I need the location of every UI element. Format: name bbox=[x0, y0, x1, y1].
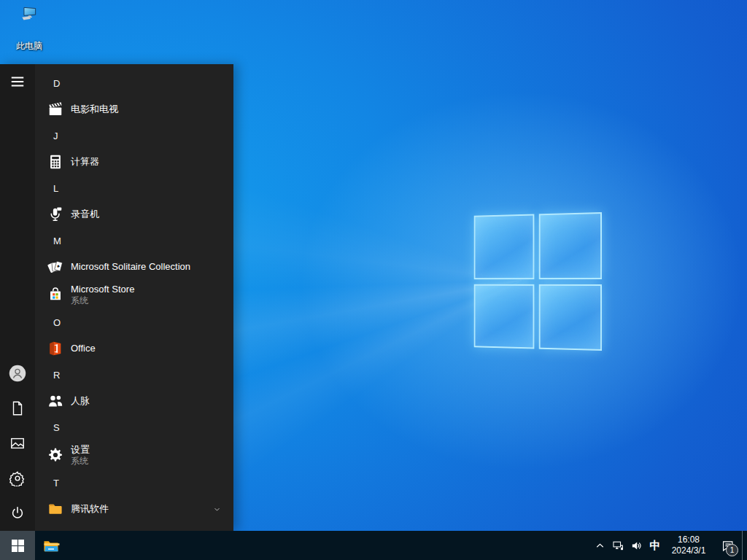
documents-button[interactable] bbox=[0, 391, 35, 426]
store-icon bbox=[47, 286, 64, 303]
taskbar-pinned-apps bbox=[35, 531, 67, 560]
app-sublabel: 系统 bbox=[71, 295, 134, 306]
clock-time: 16:08 bbox=[678, 534, 700, 545]
hamburger-icon bbox=[9, 73, 26, 90]
app-item[interactable]: ♠Microsoft Solitaire Collection bbox=[35, 254, 233, 280]
section-letter: D bbox=[53, 78, 60, 89]
power-button[interactable] bbox=[0, 496, 35, 531]
start-menu-rail bbox=[0, 64, 35, 531]
action-center-button[interactable]: 1 bbox=[713, 531, 742, 560]
this-pc-icon bbox=[10, 6, 48, 39]
tray-overflow-button[interactable] bbox=[591, 531, 609, 560]
app-label: 电影和电视 bbox=[71, 104, 118, 114]
app-sublabel: 系统 bbox=[71, 456, 90, 466]
pictures-button[interactable] bbox=[0, 426, 35, 461]
calculator-icon bbox=[47, 153, 64, 171]
office-icon bbox=[47, 340, 64, 357]
app-label: 录音机 bbox=[71, 209, 99, 219]
volume-button[interactable] bbox=[627, 531, 646, 560]
rail-bottom-group bbox=[0, 356, 35, 531]
tray-icon-group bbox=[591, 531, 646, 560]
section-letter: L bbox=[53, 183, 58, 194]
app-section-W[interactable]: W bbox=[35, 522, 233, 531]
desktop-wallpaper: 此电脑 D电影和电视J计算器L录音机M♠Microsoft Solitaire … bbox=[0, 0, 747, 560]
settings-button[interactable] bbox=[0, 461, 35, 496]
app-label: 人脉 bbox=[71, 395, 90, 406]
voice-recorder-icon bbox=[47, 206, 64, 223]
section-letter: M bbox=[53, 236, 61, 246]
app-item[interactable]: Microsoft Store系统 bbox=[35, 280, 233, 309]
section-letter: R bbox=[53, 370, 60, 381]
app-section-D[interactable]: D bbox=[35, 70, 233, 96]
app-item[interactable]: 人脉 bbox=[35, 388, 233, 414]
file-explorer-icon bbox=[42, 537, 60, 554]
taskbar-clock[interactable]: 16:08 2024/3/1 bbox=[665, 531, 713, 560]
power-icon bbox=[9, 505, 26, 522]
start-app-list: D电影和电视J计算器L录音机M♠Microsoft Solitaire Coll… bbox=[35, 64, 233, 531]
solitaire-icon: ♠ bbox=[47, 258, 64, 276]
app-label: 腾讯软件 bbox=[71, 503, 109, 514]
app-item[interactable]: 电影和电视 bbox=[35, 96, 233, 122]
clock-date: 2024/3/1 bbox=[672, 545, 706, 556]
user-account-button[interactable] bbox=[0, 356, 35, 391]
app-item[interactable]: 设置系统 bbox=[35, 440, 233, 470]
file-explorer-button[interactable] bbox=[35, 531, 67, 560]
settings-solid-icon bbox=[47, 446, 64, 464]
people-icon bbox=[47, 392, 64, 410]
app-section-R[interactable]: R bbox=[35, 362, 233, 388]
network-button[interactable] bbox=[609, 531, 627, 560]
app-item[interactable]: 腾讯软件 bbox=[35, 496, 233, 522]
chevron-down-icon bbox=[212, 504, 222, 514]
section-letter: T bbox=[53, 478, 59, 489]
ime-indicator[interactable]: 中 bbox=[646, 531, 665, 560]
section-letter: O bbox=[53, 317, 61, 328]
section-letter: J bbox=[53, 131, 58, 141]
chevron-up-icon bbox=[592, 537, 609, 554]
rail-top-group bbox=[0, 64, 35, 99]
notification-badge: 1 bbox=[726, 544, 738, 556]
start-menu: D电影和电视J计算器L录音机M♠Microsoft Solitaire Coll… bbox=[0, 64, 233, 531]
section-letter: S bbox=[53, 422, 60, 433]
app-section-S[interactable]: S bbox=[35, 414, 233, 440]
app-item[interactable]: Office bbox=[35, 335, 233, 362]
wallpaper-logo-pane bbox=[538, 212, 602, 279]
app-item[interactable]: 录音机 bbox=[35, 201, 233, 228]
wallpaper-logo-pane bbox=[474, 214, 534, 279]
user-avatar-icon bbox=[9, 365, 26, 382]
start-button[interactable] bbox=[0, 531, 35, 560]
movies-tv-icon bbox=[47, 101, 64, 118]
app-label: Microsoft Store bbox=[71, 284, 134, 295]
show-desktop-button[interactable] bbox=[742, 531, 747, 560]
app-section-O[interactable]: O bbox=[35, 309, 233, 335]
app-label: 计算器 bbox=[71, 156, 99, 167]
app-section-L[interactable]: L bbox=[35, 175, 233, 201]
app-section-M[interactable]: M bbox=[35, 228, 233, 254]
volume-icon bbox=[628, 537, 646, 554]
app-item[interactable]: 计算器 bbox=[35, 149, 233, 175]
network-icon bbox=[610, 537, 627, 554]
settings-outline-icon bbox=[9, 470, 26, 487]
windows-logo-icon bbox=[9, 537, 26, 554]
wallpaper-logo-pane bbox=[474, 284, 534, 349]
pictures-icon bbox=[9, 435, 26, 452]
desktop-icon-label: 此电脑 bbox=[4, 40, 54, 52]
document-icon bbox=[9, 400, 26, 417]
taskbar: 中 16:08 2024/3/1 1 bbox=[0, 531, 747, 560]
app-section-J[interactable]: J bbox=[35, 122, 233, 149]
folder-icon bbox=[47, 500, 64, 518]
app-label: 设置 bbox=[71, 444, 90, 455]
system-tray: 中 16:08 2024/3/1 1 bbox=[591, 531, 747, 560]
menu-hamburger-button[interactable] bbox=[0, 64, 35, 99]
wallpaper-logo-pane bbox=[538, 284, 602, 351]
app-section-T[interactable]: T bbox=[35, 470, 233, 496]
desktop-icon-this-pc[interactable]: 此电脑 bbox=[4, 6, 54, 52]
app-label: Microsoft Solitaire Collection bbox=[71, 261, 190, 272]
wallpaper-windows-logo bbox=[474, 212, 602, 351]
app-label: Office bbox=[71, 343, 96, 354]
